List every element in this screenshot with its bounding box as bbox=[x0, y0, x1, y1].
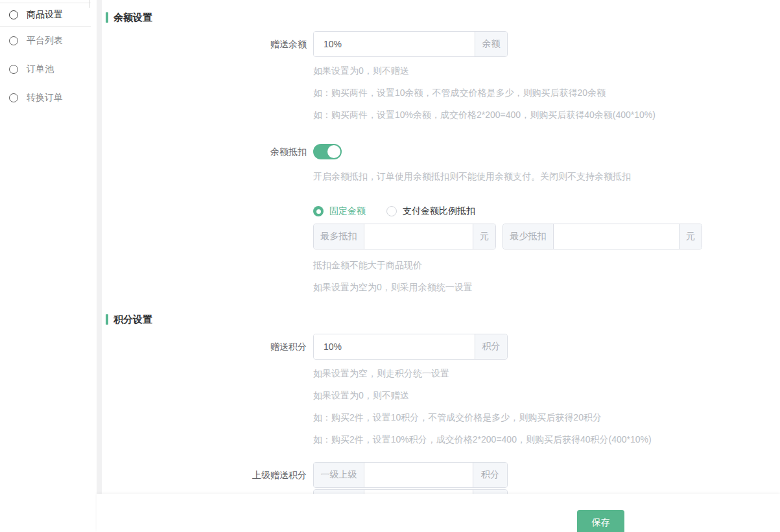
max-deduct-input-group: 最多抵扣 元 bbox=[313, 224, 496, 249]
sidebar-item-convert-order[interactable]: 转换订单 bbox=[0, 84, 97, 112]
gift-balance-tips: 如果设置为0，则不赠送 如：购买两件，设置10余额，不管成交价格是多少，则购买后… bbox=[313, 65, 656, 132]
gift-balance-input-group: 余额 bbox=[313, 31, 508, 57]
radio-circle-icon bbox=[9, 65, 18, 74]
radio-circle-icon bbox=[9, 36, 18, 45]
sidebar-item-platform-list[interactable]: 平台列表 bbox=[0, 27, 97, 55]
min-deduct-input[interactable] bbox=[554, 224, 679, 249]
radio-label: 固定金额 bbox=[329, 205, 366, 217]
sidebar-content-divider bbox=[97, 0, 102, 532]
balance-deduct-toggle[interactable] bbox=[313, 144, 342, 159]
balance-section-header: 余额设置 bbox=[106, 12, 152, 23]
gift-points-input[interactable] bbox=[314, 334, 475, 359]
product-settings-page: 商品设置 平台列表 订单池 转换订单 余额设置 赠送余额 余额 如果设置为0 bbox=[0, 0, 780, 532]
max-deduct-input[interactable] bbox=[364, 224, 473, 249]
radio-selected-icon bbox=[313, 206, 324, 216]
min-deduct-input-group: 最少抵扣 元 bbox=[502, 224, 702, 249]
min-deduct-label: 最少抵扣 bbox=[503, 224, 554, 249]
gift-balance-label: 赠送余额 bbox=[102, 31, 307, 57]
deduct-mode-radio-group: 固定金额 支付金额比例抵扣 bbox=[313, 205, 475, 217]
balance-deduct-tip: 开启余额抵扣，订单使用余额抵扣则不能使用余额支付。关闭则不支持余额抵扣 bbox=[313, 171, 631, 181]
sidebar-item-order-pool[interactable]: 订单池 bbox=[0, 55, 97, 84]
divider bbox=[89, 0, 90, 8]
tip-text: 如：购买2件，设置10积分，不管成交价格是多少，则购买后获得20积分 bbox=[313, 412, 652, 422]
points-section-header: 积分设置 bbox=[106, 314, 152, 325]
parent-points-label: 上级赠送积分 bbox=[102, 462, 307, 488]
section-accent-bar bbox=[106, 314, 108, 325]
tip-text: 如果设置为0，则不赠送 bbox=[313, 65, 656, 76]
radio-circle-icon bbox=[9, 93, 18, 102]
tip-text: 抵扣金额不能大于商品现价 bbox=[313, 260, 473, 270]
settings-form: 余额设置 赠送余额 余额 如果设置为0，则不赠送 如：购买两件，设置10余额，不… bbox=[102, 0, 780, 532]
gift-points-tips: 如果设置为空，则走积分统一设置 如果设置为0，则不赠送 如：购买2件，设置10积… bbox=[313, 368, 652, 456]
tip-text: 如果设置为0，则不赠送 bbox=[313, 390, 652, 400]
sidebar-item-label: 订单池 bbox=[27, 64, 54, 75]
toggle-knob bbox=[327, 145, 340, 158]
radio-fixed-amount[interactable]: 固定金额 bbox=[313, 205, 366, 217]
tip-text: 如：购买2件，设置10%积分，成交价格2*200=400，则购买后获得40积分(… bbox=[313, 434, 652, 445]
section-title: 积分设置 bbox=[113, 314, 152, 326]
radio-pay-ratio[interactable]: 支付金额比例抵扣 bbox=[386, 205, 475, 217]
max-deduct-unit: 元 bbox=[473, 224, 495, 249]
gift-points-label: 赠送积分 bbox=[102, 334, 307, 360]
parent-level1-input[interactable] bbox=[364, 463, 473, 487]
sidebar-item-label: 转换订单 bbox=[27, 92, 63, 104]
min-deduct-unit: 元 bbox=[679, 224, 702, 249]
sidebar-item-label: 商品设置 bbox=[27, 9, 63, 21]
tip-text: 如果设置为空为0，则采用余额统一设置 bbox=[313, 282, 473, 292]
parent-level1-unit: 积分 bbox=[473, 463, 507, 487]
parent-points-level1-group: 一级上级 积分 bbox=[313, 462, 508, 488]
parent-level1-label: 一级上级 bbox=[314, 463, 364, 487]
tip-text: 如：购买两件，设置10%余额，成交价格2*200=400，则购买后获得40余额(… bbox=[313, 110, 656, 120]
gift-points-input-group: 积分 bbox=[313, 334, 508, 360]
tip-text: 如果设置为空，则走积分统一设置 bbox=[313, 368, 652, 378]
save-button[interactable]: 保存 bbox=[577, 510, 624, 532]
gift-balance-input[interactable] bbox=[314, 32, 475, 56]
max-deduct-label: 最多抵扣 bbox=[314, 224, 364, 249]
sidebar-item-product-settings[interactable]: 商品设置 bbox=[0, 3, 91, 27]
gift-points-unit: 积分 bbox=[475, 334, 507, 359]
gift-balance-unit: 余额 bbox=[475, 32, 507, 56]
deduct-tips: 抵扣金额不能大于商品现价 如果设置为空为0，则采用余额统一设置 bbox=[313, 260, 473, 304]
sidebar-item-label: 平台列表 bbox=[27, 35, 63, 47]
section-accent-bar bbox=[106, 12, 108, 23]
balance-deduct-label: 余额抵扣 bbox=[102, 144, 307, 159]
section-title: 余额设置 bbox=[113, 12, 152, 24]
form-footer: 保存 bbox=[97, 494, 780, 532]
radio-label: 支付金额比例抵扣 bbox=[403, 205, 475, 217]
tip-text: 如：购买两件，设置10余额，不管成交价格是多少，则购买后获得20余额 bbox=[313, 87, 656, 98]
sidebar: 商品设置 平台列表 订单池 转换订单 bbox=[0, 0, 97, 532]
radio-circle-icon bbox=[9, 10, 18, 19]
radio-unselected-icon bbox=[386, 206, 397, 216]
